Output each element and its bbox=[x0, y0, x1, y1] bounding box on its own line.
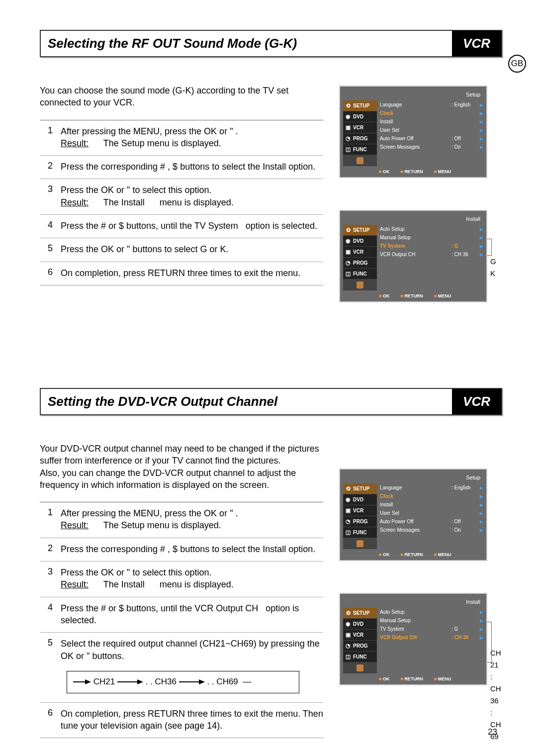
osd-tab-setup[interactable]: ✿SETUP bbox=[343, 100, 377, 111]
chevron-right-icon bbox=[477, 527, 483, 533]
osd-menu-item[interactable]: Manual Setup bbox=[380, 233, 483, 242]
osd-footer: OKRETURNMENU bbox=[343, 290, 483, 299]
osd-menu-item[interactable]: Clock bbox=[380, 109, 483, 117]
intro-text: Your DVD-VCR output channel may need to … bbox=[40, 443, 323, 491]
osd-footer: OKRETURNMENU bbox=[343, 673, 483, 682]
chevron-right-icon bbox=[477, 519, 483, 524]
chevron-right-icon bbox=[477, 119, 483, 124]
osd-tab-vcr[interactable]: ▣VCR bbox=[343, 247, 377, 258]
osd-tab-prog[interactable]: ◔PROG bbox=[343, 516, 377, 527]
step-text: Press the # or $ buttons, until the VCR … bbox=[61, 602, 323, 627]
section-badge: VCR bbox=[452, 31, 501, 56]
osd-tab-prog[interactable]: ◔PROG bbox=[343, 258, 377, 269]
func-icon: ◫ bbox=[345, 530, 351, 536]
chevron-right-icon bbox=[477, 243, 483, 249]
osd-menu-item[interactable]: Install bbox=[380, 500, 483, 509]
osd-tab-setup[interactable]: ✿SETUP bbox=[343, 608, 377, 619]
step-text: Press the corresponding # , $ buttons to… bbox=[61, 543, 323, 555]
close-icon bbox=[357, 540, 363, 547]
osd-tab-dvd[interactable]: ◉DVD bbox=[343, 494, 377, 505]
chevron-right-icon bbox=[477, 626, 483, 632]
osd-menu-item[interactable]: TV System: G bbox=[380, 242, 483, 250]
osd-menu-item[interactable]: Screen Messages: On bbox=[380, 143, 483, 151]
step-number: 6 bbox=[40, 267, 61, 279]
osd-menu-item[interactable]: Manual Setup bbox=[380, 616, 483, 625]
osd-tab-vcr[interactable]: ▣VCR bbox=[343, 505, 377, 516]
vcr-icon: ▣ bbox=[345, 125, 351, 131]
osd-tab-dvd[interactable]: ◉DVD bbox=[343, 236, 377, 247]
svg-marker-3 bbox=[137, 679, 143, 684]
func-icon: ◫ bbox=[345, 147, 351, 153]
osd-tab-setup[interactable]: ✿SETUP bbox=[343, 225, 377, 236]
osd-close-tab[interactable] bbox=[343, 280, 377, 290]
dvd-icon: ◉ bbox=[345, 114, 351, 120]
chevron-right-icon bbox=[477, 618, 483, 623]
section-header-2: Setting the DVD-VCR Output Channel VCR bbox=[40, 388, 502, 415]
osd-menu-item[interactable]: Screen Messages: On bbox=[380, 526, 483, 534]
prog-icon: ◔ bbox=[345, 136, 351, 142]
section-badge: VCR bbox=[452, 389, 501, 414]
osd-close-tab[interactable] bbox=[343, 538, 377, 549]
osd-close-tab[interactable] bbox=[343, 662, 377, 673]
chevron-right-icon bbox=[477, 102, 483, 107]
osd-menu-item[interactable]: Install bbox=[380, 117, 483, 126]
osd-tab-func[interactable]: ◫FUNC bbox=[343, 652, 377, 662]
osd-tab-setup[interactable]: ✿SETUP bbox=[343, 483, 377, 494]
osd-menu-item[interactable]: VCR Output CH: CH 36 bbox=[380, 633, 483, 642]
osd-menu-item[interactable]: VCR Output CH: CH 36 bbox=[380, 250, 483, 259]
osd-tab-vcr[interactable]: ▣VCR bbox=[343, 630, 377, 641]
osd-menu-item[interactable]: Clock bbox=[380, 492, 483, 500]
osd-menu-item[interactable]: Auto Setup bbox=[380, 608, 483, 616]
step-text: Press the OK or " buttons to select G or… bbox=[61, 243, 323, 255]
osd-tab-dvd[interactable]: ◉DVD bbox=[343, 111, 377, 122]
language-badge: GB bbox=[508, 55, 526, 73]
osd-tab-vcr[interactable]: ▣VCR bbox=[343, 122, 377, 133]
step-row: 5Press the OK or " buttons to select G o… bbox=[40, 238, 323, 262]
step-number: 1 bbox=[40, 507, 61, 532]
step-row: 4Press the # or $ buttons, until the TV … bbox=[40, 215, 323, 238]
step-text: After pressing the MENU, press the OK or… bbox=[61, 125, 323, 150]
chevron-right-icon bbox=[477, 510, 483, 516]
osd-tab-func[interactable]: ◫FUNC bbox=[343, 527, 377, 538]
step-row: 6On completion, press RETURN three times… bbox=[40, 262, 323, 285]
osd-screen-title: Setup bbox=[343, 472, 483, 483]
step-row: 6On completion, press RETURN three times… bbox=[40, 703, 323, 738]
chevron-right-icon bbox=[477, 493, 483, 499]
step-row: 3Press the OK or " to select this option… bbox=[40, 562, 323, 597]
osd-menu-item[interactable]: Auto Power Off: Off bbox=[380, 134, 483, 143]
osd-menu-item[interactable]: User Set bbox=[380, 509, 483, 517]
setup-icon: ✿ bbox=[345, 610, 351, 616]
step-number: 3 bbox=[40, 567, 61, 591]
osd-tab-func[interactable]: ◫FUNC bbox=[343, 144, 377, 155]
close-icon bbox=[357, 282, 363, 288]
step-row: 5Select the required output channel (CH2… bbox=[40, 633, 323, 703]
close-icon bbox=[357, 664, 363, 671]
osd-screen-title: Install bbox=[343, 214, 483, 225]
step-number: 4 bbox=[40, 602, 61, 627]
step-text: Press the OK or " to select this option.… bbox=[61, 184, 323, 208]
chevron-right-icon bbox=[477, 226, 483, 232]
osd-install-screenshot: Install✿SETUP◉DVD▣VCR◔PROG◫FUNCAuto Setu… bbox=[338, 592, 502, 686]
chevron-right-icon bbox=[477, 144, 483, 150]
osd-tab-prog[interactable]: ◔PROG bbox=[343, 641, 377, 652]
osd-screen-title: Setup bbox=[343, 90, 483, 100]
vcr-icon: ▣ bbox=[345, 249, 351, 255]
osd-tab-dvd[interactable]: ◉DVD bbox=[343, 619, 377, 630]
prog-icon: ◔ bbox=[345, 260, 351, 266]
osd-footer: OKRETURNMENU bbox=[343, 166, 483, 175]
osd-option-callout: GK bbox=[490, 256, 496, 280]
osd-menu-item[interactable]: Auto Setup bbox=[380, 225, 483, 233]
osd-tab-prog[interactable]: ◔PROG bbox=[343, 133, 377, 144]
osd-footer: OKRETURNMENU bbox=[343, 549, 483, 558]
func-icon: ◫ bbox=[345, 654, 351, 660]
osd-menu-item[interactable]: Language: English bbox=[380, 483, 483, 492]
step-row: 2Press the corresponding # , $ buttons t… bbox=[40, 538, 323, 562]
osd-menu-item[interactable]: User Set bbox=[380, 126, 483, 134]
osd-close-tab[interactable] bbox=[343, 155, 377, 166]
osd-menu-item[interactable]: TV System: G bbox=[380, 625, 483, 633]
osd-tab-func[interactable]: ◫FUNC bbox=[343, 269, 377, 280]
step-number: 5 bbox=[40, 243, 61, 255]
osd-menu-item[interactable]: Language: English bbox=[380, 100, 483, 109]
intro-text: You can choose the sound mode (G-K) acco… bbox=[40, 85, 323, 109]
osd-menu-item[interactable]: Auto Power Off: Off bbox=[380, 517, 483, 526]
